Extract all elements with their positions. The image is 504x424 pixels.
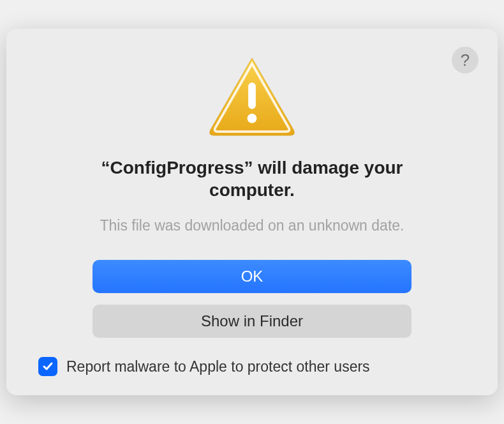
checkmark-icon xyxy=(41,360,54,373)
checkbox-row: Report malware to Apple to protect other… xyxy=(38,357,466,376)
help-icon: ? xyxy=(461,50,470,70)
dialog-title: “ConfigProgress” will damage your comput… xyxy=(38,156,466,201)
warning-icon xyxy=(204,54,300,137)
svg-point-1 xyxy=(248,114,257,123)
ok-button[interactable]: OK xyxy=(93,260,411,293)
report-malware-checkbox[interactable] xyxy=(38,357,57,376)
help-button[interactable]: ? xyxy=(452,47,478,73)
button-container: OK Show in Finder xyxy=(38,260,466,338)
show-in-finder-button[interactable]: Show in Finder xyxy=(93,305,411,338)
svg-rect-0 xyxy=(248,82,256,109)
icon-container xyxy=(38,54,466,137)
alert-dialog: ? “ConfigProgress” will damage your comp… xyxy=(6,29,498,395)
dialog-subtitle: This file was downloaded on an unknown d… xyxy=(38,217,466,234)
report-malware-label[interactable]: Report malware to Apple to protect other… xyxy=(66,358,370,375)
